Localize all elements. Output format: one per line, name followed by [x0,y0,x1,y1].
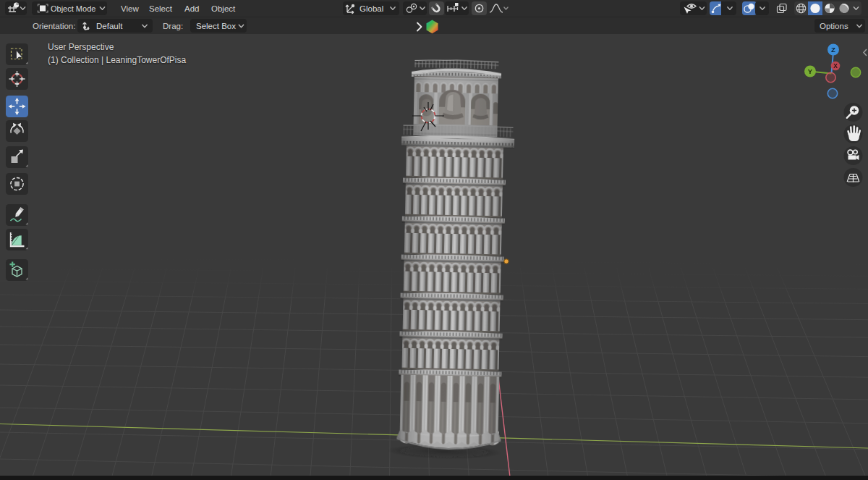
svg-text:Select Box: Select Box [196,22,236,30]
svg-text:X: X [833,62,838,70]
svg-text:Y: Y [808,67,813,75]
svg-text:View: View [121,4,139,13]
svg-text:Options: Options [820,22,848,30]
svg-text:Object Mode: Object Mode [51,4,95,13]
svg-text:Default: Default [96,22,123,30]
svg-text:Select: Select [149,4,173,13]
svg-text:Drag:: Drag: [163,22,183,30]
svg-text:Global: Global [359,4,383,13]
svg-text:Add: Add [184,4,199,13]
svg-text:Z: Z [831,46,835,54]
svg-text:Object: Object [211,4,236,13]
